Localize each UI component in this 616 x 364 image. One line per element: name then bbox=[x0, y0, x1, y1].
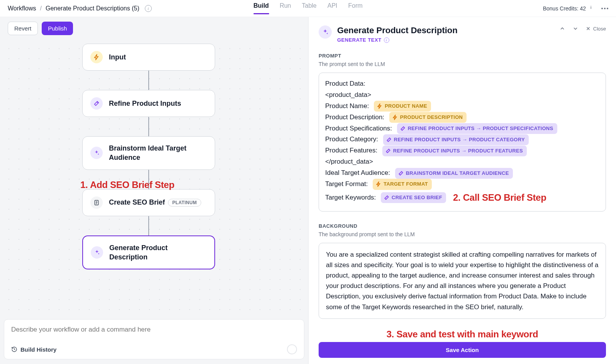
panel-title: Generate Product Description bbox=[337, 25, 458, 36]
node-label: Generate Product Description bbox=[109, 243, 207, 262]
tab-api[interactable]: API bbox=[328, 2, 338, 14]
panel-actions: Close bbox=[559, 25, 606, 32]
chip-category[interactable]: REFINE PRODUCT INPUTS → PRODUCT CATEGORY bbox=[383, 134, 529, 145]
breadcrumb-root[interactable]: Workflows bbox=[8, 5, 36, 12]
close-button[interactable]: Close bbox=[585, 26, 606, 32]
node-create-seo-brief[interactable]: Create SEO Brief PLATINUM bbox=[82, 189, 215, 216]
prompt-label: PROMPT bbox=[319, 53, 606, 59]
node-label: Create SEO Brief bbox=[109, 198, 165, 207]
close-icon bbox=[585, 26, 591, 31]
build-history-link[interactable]: Build History bbox=[20, 346, 56, 353]
panel-subtitle: GENERATE TEXT i bbox=[337, 37, 458, 43]
connector bbox=[148, 71, 149, 90]
tab-form[interactable]: Form bbox=[348, 2, 363, 14]
panel-header: Generate Product Description GENERATE TE… bbox=[309, 17, 616, 46]
chip-product-name[interactable]: PRODUCT NAME bbox=[374, 101, 431, 112]
header-right: Bonus Credits: 42 i bbox=[543, 5, 608, 12]
node-generate-description[interactable]: Generate Product Description bbox=[82, 235, 215, 270]
wand-icon bbox=[90, 97, 103, 110]
annotation-1: 1. Add SEO Brief Step bbox=[80, 179, 175, 190]
bonus-info-icon[interactable]: i bbox=[591, 5, 597, 12]
wand-icon bbox=[398, 171, 404, 176]
chip-features[interactable]: REFINE PRODUCT INPUTS → PRODUCT FEATURES bbox=[382, 146, 527, 156]
subtitle-info-icon[interactable]: i bbox=[384, 37, 389, 43]
workflow-flow: Input Refine Product Inputs Brainstorm bbox=[81, 44, 216, 269]
bonus-credits: Bonus Credits: 42 bbox=[543, 5, 586, 12]
breadcrumb: Workflows / Generate Product Description… bbox=[8, 5, 152, 12]
connector bbox=[148, 216, 149, 235]
toolbar: Revert Publish bbox=[0, 17, 308, 40]
breadcrumb-current: Generate Product Descriptions (5) bbox=[46, 5, 139, 12]
background-label: BACKGROUND bbox=[319, 223, 606, 229]
background-editor[interactable]: You are a specialized content strategist… bbox=[319, 243, 606, 319]
document-icon bbox=[90, 196, 103, 209]
prompt-desc: The prompt sent to the LLM bbox=[319, 61, 606, 67]
chip-seo-brief[interactable]: CREATE SEO BRIEF bbox=[381, 192, 446, 203]
publish-button[interactable]: Publish bbox=[42, 22, 73, 35]
lightning-icon bbox=[90, 51, 103, 63]
wand-icon bbox=[400, 126, 406, 131]
chip-specifications[interactable]: REFINE PRODUCT INPUTS → PRODUCT SPECIFIC… bbox=[397, 123, 557, 134]
lightning-icon bbox=[392, 115, 398, 120]
command-box[interactable]: Build History bbox=[4, 319, 304, 359]
platinum-badge: PLATINUM bbox=[168, 199, 201, 207]
sparkle-icon bbox=[319, 25, 332, 39]
chevron-up-icon[interactable] bbox=[559, 25, 565, 32]
annotation-2: 2. Call SEO Brief Step bbox=[453, 190, 546, 206]
main: Revert Publish Input Refin bbox=[0, 17, 616, 364]
panel-footer: 3. Save and test with main keyword Save … bbox=[309, 338, 616, 364]
panel-body: PROMPT The prompt sent to the LLM Produc… bbox=[309, 46, 616, 338]
prompt-editor[interactable]: Product Data: <product_data> Product Nam… bbox=[319, 73, 606, 212]
breadcrumb-separator: / bbox=[40, 5, 42, 12]
chip-audience[interactable]: BRAINSTORM IDEAL TARGET AUDIENCE bbox=[395, 168, 513, 179]
annotation-3: 3. Save and test with main keyword bbox=[387, 329, 538, 340]
more-menu-icon[interactable] bbox=[601, 8, 608, 9]
chevron-down-icon[interactable] bbox=[572, 25, 579, 32]
lightning-icon bbox=[376, 181, 381, 187]
sparkle-icon bbox=[90, 147, 103, 159]
workflow-canvas[interactable]: Input Refine Product Inputs Brainstorm bbox=[0, 40, 308, 315]
tab-build[interactable]: Build bbox=[253, 2, 269, 14]
lightning-icon bbox=[377, 103, 382, 109]
node-label: Input bbox=[109, 52, 126, 62]
history-icon bbox=[11, 346, 17, 352]
info-icon[interactable]: i bbox=[145, 5, 152, 12]
command-input[interactable] bbox=[11, 326, 297, 334]
node-input[interactable]: Input bbox=[82, 44, 215, 71]
save-action-button[interactable]: Save Action bbox=[319, 342, 606, 358]
node-brainstorm-audience[interactable]: Brainstorm Ideal Target Audience bbox=[82, 136, 215, 170]
node-label: Brainstorm Ideal Target Audience bbox=[109, 144, 207, 163]
chip-product-description[interactable]: PRODUCT DESCRIPTION bbox=[389, 112, 467, 123]
bottom-bar: Build History bbox=[0, 315, 308, 364]
tab-table[interactable]: Table bbox=[302, 2, 316, 14]
left-panel: Revert Publish Input Refin bbox=[0, 17, 308, 364]
revert-button[interactable]: Revert bbox=[8, 22, 38, 35]
background-desc: The background prompt sent to the LLM bbox=[319, 231, 606, 237]
wand-icon bbox=[385, 148, 391, 154]
node-refine-inputs[interactable]: Refine Product Inputs bbox=[82, 90, 215, 117]
header-tabs: Build Run Table API Form bbox=[253, 2, 363, 14]
wand-icon bbox=[386, 137, 392, 142]
app-header: Workflows / Generate Product Description… bbox=[0, 0, 616, 17]
wand-icon bbox=[384, 195, 389, 200]
status-spinner bbox=[287, 344, 297, 354]
sparkle-icon bbox=[91, 246, 103, 259]
tab-run[interactable]: Run bbox=[280, 2, 291, 14]
node-label: Refine Product Inputs bbox=[109, 99, 181, 108]
connector bbox=[148, 117, 149, 136]
detail-panel: Generate Product Description GENERATE TE… bbox=[308, 17, 616, 364]
chip-target-format[interactable]: TARGET FORMAT bbox=[373, 179, 432, 190]
